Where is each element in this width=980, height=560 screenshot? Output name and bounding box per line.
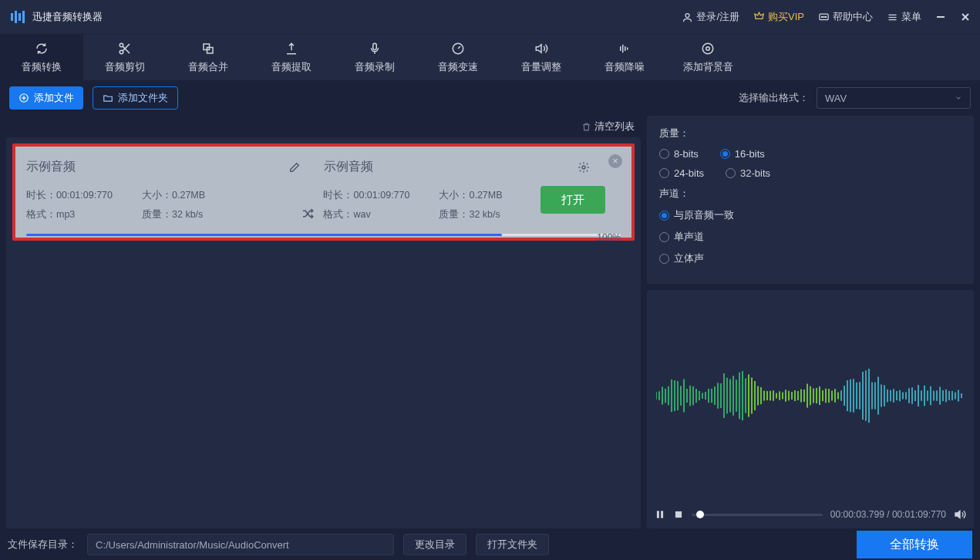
channel-same[interactable]: 与原音频一致: [659, 208, 961, 222]
chevron-down-icon: [955, 94, 962, 102]
dst-format: 格式：wav: [323, 208, 416, 221]
file-list: × 示例音频 示例音频: [6, 137, 641, 528]
waveform-display: [647, 290, 974, 501]
svg-rect-137: [675, 511, 682, 518]
help-label: 帮助中心: [833, 10, 873, 24]
menu-label: 菜单: [901, 10, 921, 24]
tab-label: 音频转换: [22, 60, 62, 74]
tab-label: 音频录制: [355, 60, 395, 74]
clear-list-label: 清空列表: [594, 120, 635, 133]
refresh-icon: [35, 42, 49, 56]
open-folder-label: 打开文件夹: [487, 538, 537, 552]
tab-denoise[interactable]: 音频降噪: [583, 35, 666, 80]
upload-icon: [285, 42, 298, 56]
chat-icon: [818, 12, 830, 23]
svg-point-15: [120, 43, 123, 47]
crown-icon: [753, 12, 765, 23]
tab-label: 音量调整: [521, 60, 561, 74]
time-display: 00:00:03.799 / 00:01:09:770: [830, 509, 946, 520]
login-label: 登录/注册: [696, 10, 739, 24]
tab-bgm[interactable]: 添加背景音: [666, 35, 749, 80]
trash-icon: [581, 122, 591, 132]
list-item[interactable]: × 示例音频 示例音频: [12, 143, 635, 241]
add-folder-button[interactable]: 添加文件夹: [93, 86, 178, 110]
radio-label: 32-bits: [740, 167, 770, 179]
svg-point-7: [823, 16, 824, 17]
menu-button[interactable]: 菜单: [887, 10, 921, 24]
save-path-value: C:/Users/Administrator/Music/AudioConver…: [96, 539, 289, 551]
svg-rect-135: [657, 511, 659, 518]
gauge-icon: [451, 42, 465, 56]
close-button[interactable]: [960, 12, 971, 22]
progress-bar: 100%: [26, 234, 621, 236]
speaker-icon[interactable]: [954, 508, 966, 521]
app-title: 迅捷音频转换器: [32, 10, 103, 24]
save-dir-label: 文件保存目录：: [8, 538, 78, 552]
pause-button[interactable]: [655, 509, 665, 520]
minimize-button[interactable]: [935, 12, 946, 22]
save-path-input[interactable]: C:/Users/Administrator/Music/AudioConver…: [87, 534, 394, 555]
remove-item-button[interactable]: ×: [608, 154, 622, 168]
convert-all-label: 全部转换: [890, 537, 939, 553]
svg-point-30: [706, 46, 710, 50]
mic-icon: [368, 42, 382, 56]
app-logo: 迅捷音频转换器: [9, 8, 103, 25]
merge-icon: [201, 42, 215, 56]
svg-rect-2: [19, 13, 21, 21]
tab-extract[interactable]: 音频提取: [250, 35, 333, 80]
tab-cut[interactable]: 音频剪切: [83, 35, 167, 80]
help-button[interactable]: 帮助中心: [818, 10, 873, 24]
equalizer-icon: [618, 42, 631, 56]
svg-rect-3: [22, 11, 25, 23]
login-button[interactable]: 登录/注册: [682, 10, 739, 24]
title-bar: 迅捷音频转换器 登录/注册 购买VIP 帮助中心 菜单: [0, 0, 980, 34]
svg-rect-136: [661, 511, 663, 518]
quality-32bits[interactable]: 32-bits: [726, 167, 770, 179]
src-duration: 时长：00:01:09:770: [26, 189, 119, 202]
edit-icon[interactable]: [288, 161, 301, 174]
clear-list-button[interactable]: 清空列表: [581, 120, 635, 133]
svg-point-6: [821, 16, 822, 17]
seek-slider[interactable]: [692, 514, 823, 516]
svg-marker-138: [955, 511, 960, 518]
quality-16bits[interactable]: 16-bits: [720, 148, 765, 160]
output-format-select[interactable]: WAV: [817, 87, 971, 109]
tab-speed[interactable]: 音频变速: [416, 35, 500, 80]
tab-record[interactable]: 音频录制: [333, 35, 416, 80]
dst-duration: 时长：00:01:09:770: [323, 189, 416, 202]
tab-volume[interactable]: 音量调整: [500, 35, 583, 80]
quality-24bits[interactable]: 24-bits: [659, 167, 704, 179]
output-format-value: WAV: [825, 93, 847, 104]
output-format-label: 选择输出格式：: [739, 91, 809, 105]
channel-stereo[interactable]: 立体声: [659, 251, 961, 265]
stop-button[interactable]: [673, 509, 684, 520]
quality-8bits[interactable]: 8-bits: [659, 148, 699, 160]
radio-label: 24-bits: [674, 167, 704, 179]
volume-icon: [534, 42, 548, 56]
svg-marker-24: [536, 44, 541, 52]
channel-mono[interactable]: 单声道: [659, 230, 961, 244]
dst-size: 大小：0.27MB: [439, 189, 502, 202]
radio-label: 单声道: [674, 230, 704, 244]
footer: 文件保存目录： C:/Users/Administrator/Music/Aud…: [0, 528, 980, 560]
svg-line-23: [458, 46, 460, 49]
scissors-icon: [118, 42, 132, 56]
add-file-button[interactable]: 添加文件: [9, 86, 83, 110]
vip-label: 购买VIP: [768, 10, 804, 24]
open-folder-button[interactable]: 打开文件夹: [476, 534, 549, 555]
shuffle-icon[interactable]: [301, 207, 315, 221]
open-button[interactable]: 打开: [541, 186, 605, 214]
change-dir-button[interactable]: 更改目录: [403, 534, 466, 555]
convert-all-button[interactable]: 全部转换: [857, 531, 972, 558]
radio-label: 与原音频一致: [674, 208, 734, 222]
quality-title: 质量：: [659, 127, 961, 140]
add-folder-label: 添加文件夹: [118, 91, 168, 105]
radio-label: 8-bits: [674, 148, 699, 160]
svg-point-8: [825, 16, 826, 17]
tab-convert[interactable]: 音频转换: [0, 35, 83, 80]
gear-icon[interactable]: [578, 161, 590, 174]
vip-button[interactable]: 购买VIP: [753, 10, 804, 24]
tab-label: 音频合并: [188, 60, 228, 74]
svg-rect-0: [11, 13, 13, 21]
tab-merge[interactable]: 音频合并: [167, 35, 250, 80]
